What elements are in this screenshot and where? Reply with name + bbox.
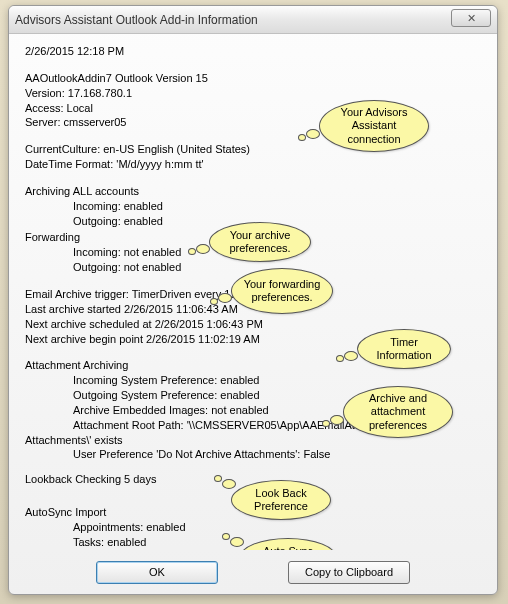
locale-section: CurrentCulture: en-US English (United St… bbox=[25, 142, 483, 172]
archiving-incoming: Incoming: enabled bbox=[25, 199, 483, 214]
archiving-header: Archiving ALL accounts bbox=[25, 184, 483, 199]
callout-connection: Your Advisors Assistant connection bbox=[319, 100, 429, 152]
version-line: Version: 17.168.780.1 bbox=[25, 86, 483, 101]
attachment-user-pref: User Preference 'Do Not Archive Attachme… bbox=[25, 447, 483, 462]
timestamp: 2/26/2015 12:18 PM bbox=[25, 44, 483, 59]
timestamp-section: 2/26/2015 12:18 PM bbox=[25, 44, 483, 59]
ok-button[interactable]: OK bbox=[96, 561, 218, 584]
button-bar: OK Copy to Clipboard bbox=[9, 550, 497, 594]
callout-forwarding-prefs: Your forwarding preferences. bbox=[231, 268, 333, 314]
close-icon: ✕ bbox=[467, 12, 476, 25]
window-title: Advisors Assistant Outlook Add-in Inform… bbox=[15, 13, 258, 27]
callout-attachment-prefs: Archive and attachment preferences bbox=[343, 386, 453, 438]
titlebar: Advisors Assistant Outlook Add-in Inform… bbox=[9, 6, 497, 34]
autosync-appts: Appointments: enabled bbox=[25, 520, 483, 535]
callout-timer-info: Timer Information bbox=[357, 329, 451, 369]
attachment-in-pref: Incoming System Preference: enabled bbox=[25, 373, 483, 388]
callout-lookback: Look Back Preference bbox=[231, 480, 331, 520]
close-button[interactable]: ✕ bbox=[451, 9, 491, 27]
datetime-format-line: DateTime Format: 'M/d/yyyy h:mm tt' bbox=[25, 157, 483, 172]
addin-version-line: AAOutlookAddin7 Outlook Version 15 bbox=[25, 71, 483, 86]
callout-archive-prefs: Your archive preferences. bbox=[209, 222, 311, 262]
copy-to-clipboard-button[interactable]: Copy to Clipboard bbox=[288, 561, 410, 584]
dialog-window: Advisors Assistant Outlook Add-in Inform… bbox=[8, 5, 498, 595]
content-area: 2/26/2015 12:18 PM AAOutlookAddin7 Outlo… bbox=[9, 34, 497, 550]
